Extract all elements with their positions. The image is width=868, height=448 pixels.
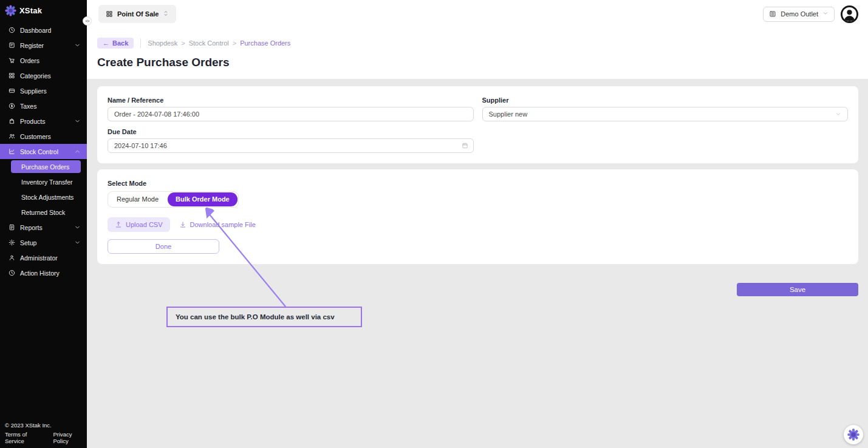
main-area: Point Of Sale Demo Outlet ← bbox=[87, 0, 868, 448]
supplier-select[interactable]: Supplier new bbox=[482, 107, 849, 121]
gear-icon bbox=[9, 239, 15, 246]
name-reference-input[interactable] bbox=[108, 107, 474, 121]
app-switcher[interactable]: Point Of Sale bbox=[98, 5, 176, 23]
sidebar-item-taxes[interactable]: Taxes bbox=[0, 98, 87, 114]
done-button[interactable]: Done bbox=[108, 239, 219, 254]
regular-mode-button[interactable]: Regular Mode bbox=[108, 192, 167, 207]
back-label: Back bbox=[112, 39, 128, 47]
app-switcher-label: Point Of Sale bbox=[117, 10, 159, 18]
due-date-input[interactable] bbox=[108, 138, 474, 153]
grid-icon bbox=[9, 72, 15, 79]
upload-csv-button[interactable]: Upload CSV bbox=[108, 217, 170, 232]
breadcrumb-divider bbox=[140, 38, 141, 48]
sidebar-nav: Dashboard Register Orders Categories Sup… bbox=[0, 20, 87, 280]
history-clock-icon bbox=[9, 270, 15, 276]
sidebar-item-label: Products bbox=[20, 118, 69, 125]
sidebar-item-register[interactable]: Register bbox=[0, 38, 87, 53]
sidebar-item-label: Returned Stock bbox=[21, 209, 65, 216]
avatar[interactable] bbox=[841, 5, 858, 23]
sidebar-item-stock-control[interactable]: Stock Control bbox=[0, 144, 87, 159]
upload-icon bbox=[115, 221, 122, 228]
annotation-box: You can use the bulk P.O Module as well … bbox=[166, 307, 362, 327]
select-mode-label: Select Mode bbox=[108, 180, 848, 187]
name-reference-label: Name / Reference bbox=[108, 97, 474, 104]
page-title: Create Purchase Orders bbox=[97, 49, 868, 79]
sidebar-item-label: Orders bbox=[20, 57, 81, 64]
logo[interactable]: XStak bbox=[0, 0, 87, 20]
chevron-up-icon bbox=[74, 148, 81, 155]
grid-icon bbox=[106, 10, 113, 18]
sidebar-item-label: Stock Control bbox=[20, 148, 69, 155]
sidebar-item-label: Stock Adjustments bbox=[21, 194, 73, 201]
sidebar-item-label: Register bbox=[20, 42, 69, 49]
breadcrumb-separator: > bbox=[181, 39, 185, 47]
name-reference-field: Name / Reference bbox=[108, 97, 474, 121]
xstak-flower-icon bbox=[5, 5, 16, 16]
sidebar: XStak Dashboard Register Orders Categori… bbox=[0, 0, 87, 448]
page-header: ← Back Shopdesk > Stock Control > Purcha… bbox=[87, 28, 868, 79]
sidebar-item-label: Purchase Orders bbox=[21, 163, 69, 171]
xstak-flower-icon bbox=[847, 428, 860, 441]
person-icon bbox=[9, 254, 15, 261]
due-date-label: Due Date bbox=[108, 128, 474, 135]
app-window: XStak Dashboard Register Orders Categori… bbox=[0, 0, 868, 448]
calendar-icon[interactable] bbox=[462, 143, 468, 149]
breadcrumb-item-purchase-orders[interactable]: Purchase Orders bbox=[240, 39, 290, 47]
customers-icon bbox=[9, 133, 15, 140]
back-arrow-icon: ← bbox=[103, 39, 109, 47]
chevron-down-icon bbox=[835, 111, 841, 117]
updown-sort-icon bbox=[163, 10, 169, 18]
sidebar-item-action-history[interactable]: Action History bbox=[0, 265, 87, 280]
bulk-order-mode-button[interactable]: Bulk Order Mode bbox=[168, 192, 238, 206]
back-button[interactable]: ← Back bbox=[97, 38, 134, 49]
sidebar-collapse-button[interactable]: <> bbox=[83, 16, 92, 25]
content-area: Name / Reference Supplier Supplier new D… bbox=[87, 79, 868, 448]
sidebar-item-reports[interactable]: Reports bbox=[0, 220, 87, 235]
sidebar-item-setup[interactable]: Setup bbox=[0, 235, 87, 250]
sidebar-item-label: Reports bbox=[20, 224, 69, 231]
chevron-down-icon bbox=[822, 10, 829, 18]
sidebar-item-customers[interactable]: Customers bbox=[0, 129, 87, 144]
suppliers-icon bbox=[9, 87, 15, 94]
mode-toggle: Regular Mode Bulk Order Mode bbox=[108, 191, 239, 208]
sidebar-item-label: Customers bbox=[20, 133, 81, 140]
save-button[interactable]: Save bbox=[737, 283, 858, 296]
sidebar-item-orders[interactable]: Orders bbox=[0, 53, 87, 68]
download-icon bbox=[179, 221, 186, 228]
sidebar-item-dashboard[interactable]: Dashboard bbox=[0, 22, 87, 38]
outlet-icon bbox=[769, 10, 776, 18]
outlet-select[interactable]: Demo Outlet bbox=[763, 7, 835, 22]
breadcrumb: ← Back Shopdesk > Stock Control > Purcha… bbox=[97, 38, 868, 49]
sidebar-item-products[interactable]: Products bbox=[0, 114, 87, 129]
sidebar-item-inventory-transfer[interactable]: Inventory Transfer bbox=[0, 174, 87, 189]
sidebar-item-label: Dashboard bbox=[20, 27, 81, 34]
sidebar-item-stock-adjustments[interactable]: Stock Adjustments bbox=[0, 189, 87, 205]
chevron-down-icon bbox=[74, 239, 81, 246]
sidebar-item-label: Suppliers bbox=[20, 87, 81, 95]
sidebar-item-categories[interactable]: Categories bbox=[0, 68, 87, 83]
sidebar-item-administrator[interactable]: Administrator bbox=[0, 250, 87, 265]
topbar: Point Of Sale Demo Outlet bbox=[87, 0, 868, 28]
cart-icon bbox=[9, 57, 15, 64]
sidebar-item-returned-stock[interactable]: Returned Stock bbox=[0, 205, 87, 220]
terms-link[interactable]: Terms of Service bbox=[5, 431, 45, 444]
taxes-icon bbox=[9, 103, 15, 109]
chart-icon bbox=[9, 148, 15, 155]
privacy-link[interactable]: Privacy Policy bbox=[53, 431, 87, 444]
sidebar-item-label: Setup bbox=[20, 239, 69, 246]
sidebar-footer: © 2023 XStak Inc. Terms of Service Priva… bbox=[5, 422, 87, 444]
annotation-text: You can use the bulk P.O Module as well … bbox=[176, 313, 335, 321]
supplier-label: Supplier bbox=[482, 97, 849, 104]
sidebar-item-label: Taxes bbox=[20, 103, 81, 110]
order-details-card: Name / Reference Supplier Supplier new D… bbox=[97, 86, 858, 163]
sidebar-item-label: Administrator bbox=[20, 254, 81, 262]
download-sample-link[interactable]: Download sample File bbox=[179, 221, 256, 228]
sidebar-item-purchase-orders[interactable]: Purchase Orders bbox=[11, 160, 81, 173]
xstak-widget-button[interactable] bbox=[844, 425, 863, 444]
breadcrumb-item-shopdesk[interactable]: Shopdesk bbox=[148, 39, 177, 47]
download-sample-label: Download sample File bbox=[190, 221, 256, 228]
outlet-label: Demo Outlet bbox=[781, 10, 818, 18]
sidebar-item-label: Action History bbox=[20, 270, 81, 277]
sidebar-item-suppliers[interactable]: Suppliers bbox=[0, 83, 87, 98]
breadcrumb-item-stock-control[interactable]: Stock Control bbox=[189, 39, 229, 47]
